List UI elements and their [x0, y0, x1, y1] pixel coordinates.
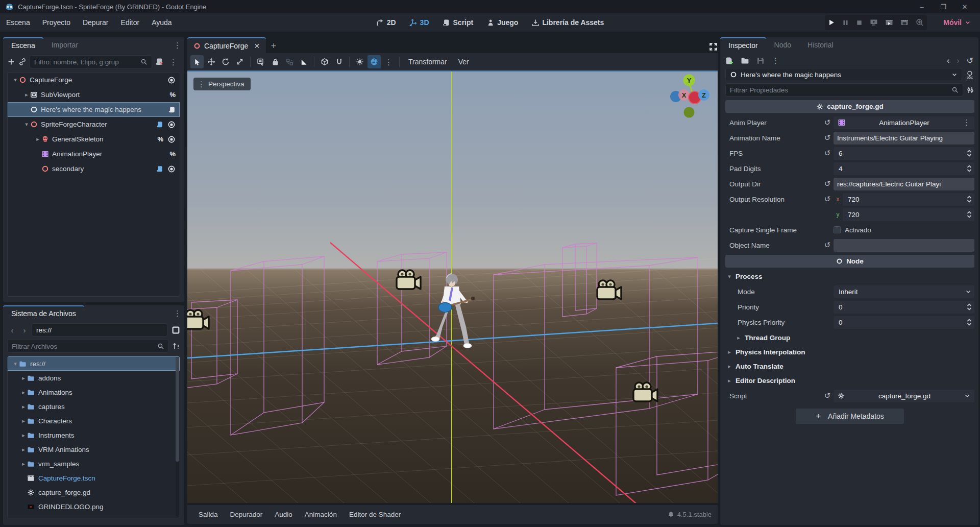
group-icon[interactable] — [283, 55, 296, 68]
scene-filter-field[interactable] — [30, 55, 152, 68]
play-button[interactable] — [828, 19, 835, 26]
spin-arrows-icon[interactable] — [966, 165, 972, 172]
unique-name-badge[interactable]: % — [169, 91, 176, 99]
animation-name-value[interactable]: Instruments/Electric Guitar Playing — [834, 132, 974, 145]
scene-dock-menu-icon[interactable]: ⋮ — [170, 41, 184, 49]
expand-icon[interactable]: ▸ — [20, 389, 27, 396]
mode-value[interactable]: Inherit — [834, 285, 974, 298]
tree-row-magic[interactable]: Here's where the magic happens — [8, 102, 180, 117]
bottom-tab-depurador[interactable]: Depurador — [225, 511, 268, 518]
snap-magnet-icon[interactable] — [332, 55, 346, 68]
spin-arrows-icon[interactable] — [966, 319, 972, 326]
bottom-tab-audio[interactable]: Audio — [270, 511, 298, 518]
object-options-icon[interactable]: ⋮ — [961, 118, 972, 127]
nav-back-button[interactable]: ‹ — [7, 326, 17, 334]
lock-icon[interactable] — [268, 55, 282, 68]
menu-escena[interactable]: Escena — [0, 13, 36, 32]
expand-icon[interactable]: ▸ — [34, 136, 41, 142]
expand-icon[interactable]: ▸ — [20, 375, 27, 381]
preview-environment-icon[interactable] — [368, 55, 381, 68]
property-filter-field[interactable] — [725, 83, 963, 97]
spin-arrows-icon[interactable] — [966, 303, 972, 310]
tree-row-spriteforgecharacter[interactable]: ▾ SpriteForgeCharacter — [8, 117, 180, 132]
revert-icon[interactable]: ↺ — [821, 195, 834, 204]
fs-row-characters[interactable]: ▸ Characters — [8, 414, 180, 428]
preview-options-icon[interactable]: ⋮ — [382, 58, 396, 66]
visibility-eye-icon[interactable] — [167, 76, 176, 84]
load-resource-icon[interactable] — [741, 56, 749, 65]
pad-digits-value[interactable]: 4 — [834, 162, 974, 175]
view-menu[interactable]: Ver — [453, 58, 474, 66]
scene-filter-input[interactable] — [34, 58, 140, 66]
mesh-cube-icon[interactable] — [318, 55, 331, 68]
scene-tree-menu-icon[interactable]: ⋮ — [166, 58, 180, 66]
anim-player-value[interactable]: AnimationPlayer ⋮ — [834, 116, 974, 129]
movie-maker-button[interactable] — [916, 18, 924, 27]
object-name-value[interactable] — [834, 239, 974, 252]
split-view-icon[interactable] — [172, 326, 180, 334]
expand-icon[interactable]: ▸ — [20, 403, 27, 410]
script-attached-icon[interactable] — [156, 165, 163, 173]
tab-historial[interactable]: Historial — [799, 37, 842, 53]
tab-importar[interactable]: Importar — [43, 37, 86, 53]
distraction-free-icon[interactable] — [709, 42, 718, 51]
workspace-juego-button[interactable]: Juego — [482, 15, 522, 30]
fs-row-res[interactable]: ▾ res:// — [8, 356, 180, 371]
collapse-icon[interactable]: ▾ — [23, 121, 30, 128]
tab-escena[interactable]: Escena — [3, 37, 43, 53]
menu-proyecto[interactable]: Proyecto — [36, 13, 77, 32]
expand-icon[interactable]: ▸ — [20, 446, 27, 453]
add-node-button[interactable] — [7, 58, 15, 66]
spin-arrows-icon[interactable] — [966, 150, 972, 157]
close-button[interactable]: ✕ — [961, 3, 969, 11]
section-editor-description[interactable]: ▸ Editor Description — [725, 374, 974, 387]
edited-object-selector[interactable]: Here's where the magic happens — [725, 68, 962, 81]
minimize-button[interactable]: – — [918, 3, 926, 11]
fs-row-addons[interactable]: ▸ addons — [8, 371, 180, 385]
view-menu-dots-icon[interactable]: ⋮ — [198, 80, 205, 88]
revert-icon[interactable]: ↺ — [821, 149, 834, 158]
version-label[interactable]: 4.5.1.stable — [677, 511, 712, 518]
workspace-assets-button[interactable]: Librería de Assets — [527, 15, 608, 30]
tree-row-captureforge[interactable]: ▾ CaptureForge — [8, 73, 180, 87]
revert-icon[interactable]: ↺ — [821, 118, 834, 127]
instance-scene-button[interactable] — [18, 58, 27, 66]
output-resolution-x-value[interactable]: 720 — [843, 193, 974, 206]
expand-icon[interactable]: ▸ — [20, 432, 27, 439]
close-tab-icon[interactable]: ✕ — [254, 42, 260, 50]
rotate-tool-button[interactable] — [219, 55, 232, 68]
spin-arrows-icon[interactable] — [966, 211, 972, 218]
tree-row-animationplayer[interactable]: AnimationPlayer % — [8, 147, 180, 161]
expand-icon[interactable]: ▸ — [20, 418, 27, 424]
menu-ayuda[interactable]: Ayuda — [145, 13, 178, 32]
orientation-gizmo[interactable]: Y X Z — [663, 73, 716, 122]
section-physics-interpolation[interactable]: ▸ Physics Interpolation — [725, 345, 974, 358]
output-resolution-y-value[interactable]: 720 — [843, 208, 974, 221]
history-back-icon[interactable]: ‹ — [947, 56, 949, 65]
capture-single-frame-value[interactable]: Activado — [834, 224, 974, 236]
script-attached-icon[interactable] — [168, 106, 176, 113]
fs-row-animations[interactable]: ▸ Animations — [8, 385, 180, 399]
section-thread-group[interactable]: ▸ Thread Group — [734, 331, 974, 344]
workspace-script-button[interactable]: Script — [438, 15, 478, 30]
workspace-3d-button[interactable]: 3D — [405, 15, 433, 30]
play-custom-scene-button[interactable] — [900, 18, 909, 27]
run-mode-selector[interactable]: Móvil — [943, 15, 971, 30]
revert-icon[interactable]: ↺ — [821, 133, 834, 142]
fps-value[interactable]: 6 — [834, 147, 974, 160]
bottom-tab-animacion[interactable]: Animación — [300, 511, 342, 518]
sort-icon[interactable] — [172, 342, 180, 350]
bottom-tab-shader-editor[interactable]: Editor de Shader — [344, 511, 406, 518]
perspective-label[interactable]: ⋮ Perspectiva — [193, 78, 251, 90]
tree-row-subviewport[interactable]: ▸ SubViewport % — [8, 87, 180, 102]
menu-depurar[interactable]: Depurar — [77, 13, 115, 32]
collapse-icon[interactable]: ▾ — [12, 361, 19, 367]
preview-sun-icon[interactable] — [353, 55, 366, 68]
tree-row-secondary[interactable]: secondary — [8, 161, 180, 176]
expand-icon[interactable]: ▸ — [20, 461, 27, 467]
pause-button[interactable] — [842, 19, 849, 26]
object-history-icon[interactable]: ↺ — [967, 56, 973, 65]
scrollbar-thumb[interactable] — [176, 357, 179, 462]
detach-script-button[interactable]: ✕ — [155, 58, 163, 66]
menu-editor[interactable]: Editor — [115, 13, 146, 32]
